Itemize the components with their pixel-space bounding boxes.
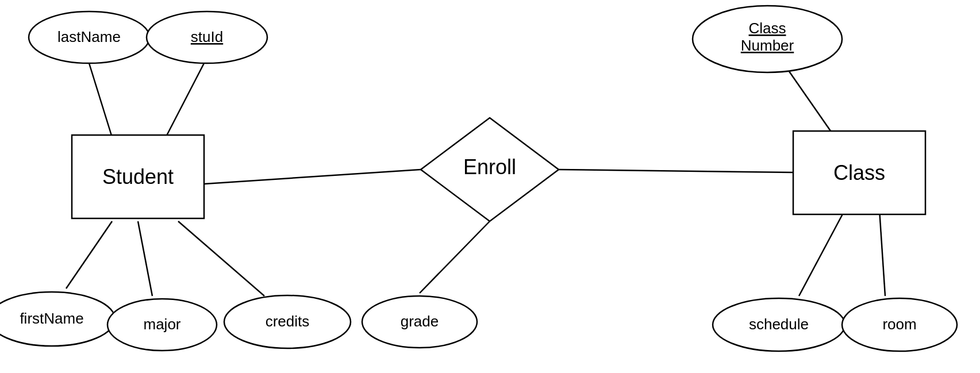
- line-student-enroll: [204, 170, 421, 184]
- line-schedule-class: [799, 210, 845, 296]
- attr-stuId-label: stuId: [191, 28, 223, 45]
- line-enroll-class: [559, 170, 793, 172]
- attr-grade-label: grade: [401, 313, 439, 330]
- line-lastName-student: [89, 63, 115, 147]
- relationship-enroll-label: Enroll: [463, 155, 516, 179]
- line-major-student: [138, 221, 152, 296]
- line-stuId-student: [161, 63, 204, 147]
- attr-room-label: room: [882, 316, 916, 333]
- attr-classnum-label-line1: Class: [748, 20, 786, 37]
- attr-lastName-label: lastName: [57, 28, 121, 45]
- attr-credits-label: credits: [266, 313, 310, 330]
- entity-class-label: Class: [833, 161, 885, 184]
- line-classnum-class: [787, 69, 833, 135]
- attr-firstName-label: firstName: [20, 310, 83, 327]
- line-credits-student: [178, 221, 264, 296]
- line-firstName-student: [66, 221, 112, 289]
- attr-schedule-label: schedule: [749, 316, 809, 333]
- attr-classnum-label-line2: Number: [741, 37, 794, 54]
- line-grade-enroll: [420, 221, 490, 293]
- line-room-class: [879, 210, 885, 296]
- attr-major-label: major: [143, 316, 180, 333]
- er-diagram: lastName stuId firstName major credits g…: [0, 0, 980, 373]
- entity-student-label: Student: [102, 165, 174, 189]
